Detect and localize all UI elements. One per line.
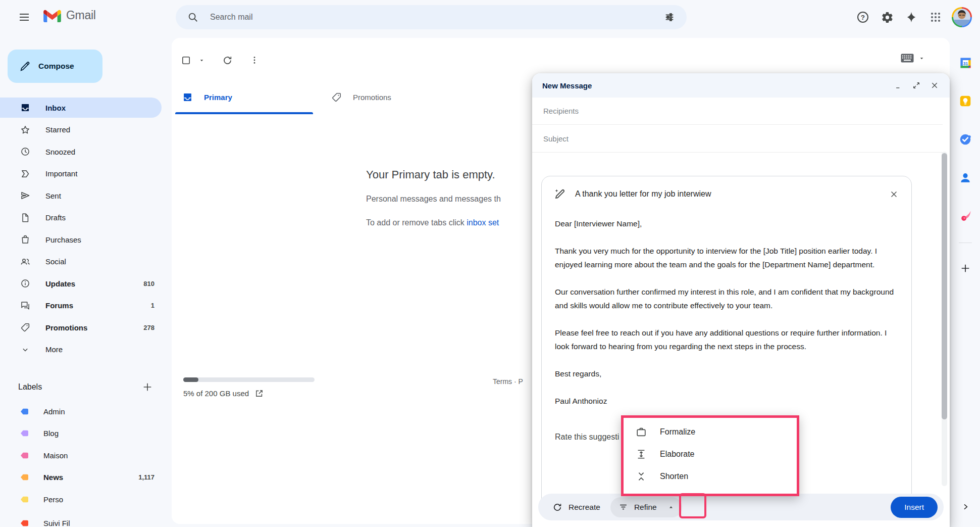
search-icon[interactable] <box>183 7 203 27</box>
gmail-app: Gmail ? <box>0 0 980 527</box>
menu-item-label: Formalize <box>660 427 695 437</box>
calendar-app-button[interactable]: 31 <box>951 51 980 75</box>
draft-signature-name: Paul Anthonioz <box>555 394 897 408</box>
expand-button[interactable] <box>909 78 923 92</box>
chevron-down-icon <box>20 345 30 355</box>
keep-app-button[interactable] <box>951 89 980 113</box>
inbox-settings-link[interactable]: inbox set <box>467 218 499 227</box>
label-item-suivi[interactable]: Suivi Fil <box>0 513 162 527</box>
addon-comet-button[interactable] <box>951 204 980 228</box>
left-sidebar: Compose Inbox Starred Sno <box>0 34 172 527</box>
sidebar-item-forums[interactable]: Forums 1 <box>0 296 162 316</box>
compose-title: New Message <box>542 81 592 90</box>
sidebar-item-snoozed[interactable]: Snoozed <box>0 141 162 162</box>
label-tag-icon <box>19 472 30 483</box>
close-suggestion-icon[interactable] <box>886 186 901 202</box>
gmail-logo: Gmail <box>43 9 96 22</box>
menu-item-shorten[interactable]: Shorten <box>624 465 797 488</box>
input-tools <box>901 53 924 63</box>
menu-item-elaborate[interactable]: Elaborate <box>624 443 797 465</box>
minimize-button[interactable] <box>891 78 905 92</box>
sidebar-item-sent[interactable]: Sent <box>0 185 162 206</box>
storage-progress-bar <box>183 377 315 382</box>
hamburger-icon <box>18 11 30 23</box>
create-label-button[interactable] <box>138 378 157 396</box>
search-options-icon[interactable] <box>659 7 680 27</box>
contacts-app-button[interactable] <box>951 166 980 190</box>
gemini-button[interactable] <box>899 5 923 29</box>
label-name: Blog <box>43 429 59 438</box>
keyboard-icon[interactable] <box>901 53 914 63</box>
people-icon <box>20 257 30 267</box>
footer-terms-link[interactable]: Terms · P <box>493 377 523 386</box>
label-item-maison[interactable]: Maison <box>0 445 162 465</box>
tab-promotions[interactable]: Promotions <box>324 80 462 114</box>
unread-count: 278 <box>143 324 154 331</box>
subject-field[interactable]: Subject <box>532 125 943 153</box>
draft-body[interactable]: Dear [Interviewer Name], Thank you very … <box>542 205 911 444</box>
plus-icon <box>960 263 971 274</box>
promotions-tag-icon <box>331 92 342 103</box>
more-options-button[interactable] <box>243 50 266 70</box>
suggestion-action-bar: Recreate Refine Insert <box>538 494 944 520</box>
sidebar-item-social[interactable]: Social <box>0 252 162 272</box>
settings-button[interactable] <box>875 5 899 29</box>
gear-icon <box>881 11 894 24</box>
sidebar-item-label: Social <box>45 257 66 266</box>
active-tab-indicator <box>175 112 313 114</box>
draft-paragraph: Please feel free to reach out if you hav… <box>555 326 897 353</box>
pen-sparkle-icon <box>554 188 566 200</box>
info-icon <box>20 278 30 289</box>
sidebar-item-important[interactable]: Important <box>0 164 162 184</box>
select-all-checkbox[interactable] <box>176 50 196 70</box>
refine-button-group: Refine <box>610 497 682 517</box>
insert-button[interactable]: Insert <box>891 497 938 518</box>
draft-signoff: Best regards, <box>555 367 897 380</box>
sidebar-item-drafts[interactable]: Drafts <box>0 208 162 228</box>
sidebar-item-more[interactable]: More <box>0 340 162 360</box>
google-apps-button[interactable] <box>923 5 948 29</box>
select-dropdown-caret[interactable] <box>196 50 207 70</box>
sidebar-item-label: Purchases <box>45 235 81 244</box>
svg-text:31: 31 <box>963 61 968 66</box>
account-avatar[interactable] <box>952 7 972 27</box>
label-item-admin[interactable]: Admin <box>0 401 162 421</box>
compose-button[interactable]: Compose <box>8 50 102 83</box>
sidebar-item-updates[interactable]: Updates 810 <box>0 273 162 294</box>
refine-label: Refine <box>634 503 657 512</box>
hide-side-panel-button[interactable] <box>951 496 980 518</box>
storage-external-link-icon[interactable] <box>255 389 264 398</box>
empty-state-line2: Personal messages and messages th <box>366 195 501 204</box>
refine-menu-toggle[interactable] <box>660 497 682 517</box>
label-tag-icon <box>19 450 30 461</box>
label-item-blog[interactable]: Blog <box>0 423 162 444</box>
tasks-app-button[interactable] <box>951 127 980 152</box>
apps-grid-icon <box>930 11 942 23</box>
close-icon[interactable] <box>927 78 942 92</box>
briefcase-icon <box>636 426 647 438</box>
suggestion-header: A thank you letter for my job interwiew <box>542 176 911 205</box>
sidebar-item-purchases[interactable]: Purchases <box>0 229 162 250</box>
draft-paragraph: Thank you very much for the opportunity … <box>555 244 897 271</box>
compose-scrollbar-thumb[interactable] <box>942 153 947 419</box>
refresh-button[interactable] <box>216 50 238 70</box>
compose-header[interactable]: New Message <box>532 73 950 98</box>
sidebar-item-inbox[interactable]: Inbox <box>0 98 162 118</box>
get-addons-button[interactable] <box>951 256 980 280</box>
sidebar-item-label: Starred <box>45 125 70 134</box>
support-button[interactable]: ? <box>851 5 875 29</box>
sidebar-item-promotions[interactable]: Promotions 278 <box>0 317 162 338</box>
label-item-perso[interactable]: Perso <box>0 489 162 509</box>
recipients-field[interactable]: Recipients <box>532 98 943 125</box>
refine-button[interactable]: Refine <box>610 497 660 517</box>
search-input[interactable] <box>210 13 659 22</box>
label-item-news[interactable]: News 1,117 <box>0 467 162 488</box>
input-tools-caret[interactable] <box>919 56 924 61</box>
main-menu-button[interactable] <box>13 6 35 28</box>
tab-primary[interactable]: Primary <box>175 80 313 114</box>
search-bar[interactable] <box>176 5 687 29</box>
sidebar-item-starred[interactable]: Starred <box>0 120 162 140</box>
recreate-button[interactable]: Recreate <box>544 497 608 518</box>
menu-item-formalize[interactable]: Formalize <box>624 421 797 443</box>
draft-paragraph: Our conversation further confirmed my in… <box>555 285 897 312</box>
